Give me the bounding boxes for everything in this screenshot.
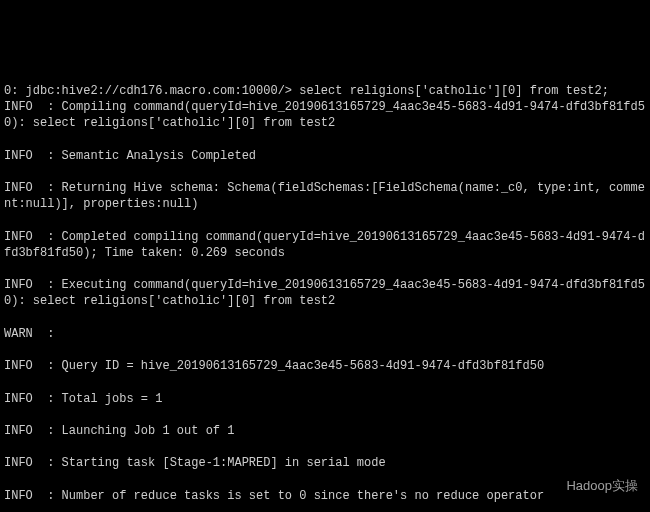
shell-prompt: 0: jdbc:hive2://cdh176.macro.com:10000/> xyxy=(4,84,292,98)
sql-command: select religions['catholic'][0] from tes… xyxy=(299,84,609,98)
watermark: Hadoop实操 xyxy=(540,476,638,496)
log-line: INFO : Query ID = hive_20190613165729_4a… xyxy=(4,358,646,374)
terminal-output: 0: jdbc:hive2://cdh176.macro.com:10000/>… xyxy=(0,65,650,512)
watermark-text: Hadoop实操 xyxy=(566,477,638,495)
log-line: INFO : Executing command(queryId=hive_20… xyxy=(4,277,646,309)
log-line: INFO : Total jobs = 1 xyxy=(4,391,646,407)
log-line: INFO : Compiling command(queryId=hive_20… xyxy=(4,99,646,131)
log-line-warn: WARN : xyxy=(4,326,646,342)
log-line: INFO : Returning Hive schema: Schema(fie… xyxy=(4,180,646,212)
log-line: INFO : Launching Job 1 out of 1 xyxy=(4,423,646,439)
wechat-icon xyxy=(540,476,560,496)
log-line: INFO : Completed compiling command(query… xyxy=(4,229,646,261)
log-line: INFO : Starting task [Stage-1:MAPRED] in… xyxy=(4,455,646,471)
log-line: INFO : Semantic Analysis Completed xyxy=(4,148,646,164)
